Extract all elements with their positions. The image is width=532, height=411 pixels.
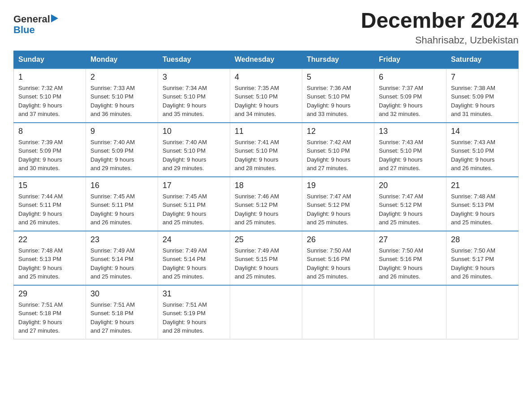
day-info: Sunrise: 7:50 AM Sunset: 5:16 PM Dayligh… — [307, 246, 369, 281]
day-number: 20 — [379, 181, 442, 190]
day-number: 4 — [235, 73, 297, 82]
day-info: Sunrise: 7:45 AM Sunset: 5:11 PM Dayligh… — [163, 192, 225, 227]
calendar-cell: 27 Sunrise: 7:50 AM Sunset: 5:16 PM Dayl… — [374, 231, 446, 285]
day-info: Sunrise: 7:42 AM Sunset: 5:10 PM Dayligh… — [307, 138, 369, 173]
day-info: Sunrise: 7:33 AM Sunset: 5:10 PM Dayligh… — [90, 84, 153, 119]
day-number: 7 — [451, 73, 514, 82]
calendar-cell: 3 Sunrise: 7:34 AM Sunset: 5:10 PM Dayli… — [158, 68, 230, 123]
logo-arrow-icon — [51, 13, 59, 23]
calendar-cell: 6 Sunrise: 7:37 AM Sunset: 5:09 PM Dayli… — [374, 68, 446, 123]
day-info: Sunrise: 7:36 AM Sunset: 5:10 PM Dayligh… — [307, 84, 369, 119]
calendar-cell: 11 Sunrise: 7:41 AM Sunset: 5:10 PM Dayl… — [230, 123, 302, 177]
weekday-header-wednesday: Wednesday — [230, 51, 302, 68]
calendar-cell: 24 Sunrise: 7:49 AM Sunset: 5:14 PM Dayl… — [158, 231, 230, 285]
day-number: 30 — [90, 289, 153, 299]
day-number: 14 — [451, 127, 514, 136]
calendar-cell: 5 Sunrise: 7:36 AM Sunset: 5:10 PM Dayli… — [302, 68, 374, 123]
calendar-cell — [302, 285, 374, 339]
day-info: Sunrise: 7:46 AM Sunset: 5:12 PM Dayligh… — [235, 192, 297, 227]
calendar-cell: 9 Sunrise: 7:40 AM Sunset: 5:09 PM Dayli… — [86, 123, 158, 177]
day-number: 22 — [18, 235, 81, 244]
calendar-cell: 19 Sunrise: 7:47 AM Sunset: 5:12 PM Dayl… — [302, 177, 374, 231]
day-info: Sunrise: 7:32 AM Sunset: 5:10 PM Dayligh… — [18, 84, 81, 119]
calendar-cell: 8 Sunrise: 7:39 AM Sunset: 5:09 PM Dayli… — [14, 123, 86, 177]
day-info: Sunrise: 7:40 AM Sunset: 5:10 PM Dayligh… — [163, 138, 225, 173]
calendar-cell: 15 Sunrise: 7:44 AM Sunset: 5:11 PM Dayl… — [14, 177, 86, 231]
day-info: Sunrise: 7:35 AM Sunset: 5:10 PM Dayligh… — [235, 84, 297, 119]
day-info: Sunrise: 7:48 AM Sunset: 5:13 PM Dayligh… — [18, 246, 81, 281]
day-info: Sunrise: 7:50 AM Sunset: 5:17 PM Dayligh… — [451, 246, 514, 281]
day-number: 12 — [307, 127, 369, 136]
day-info: Sunrise: 7:41 AM Sunset: 5:10 PM Dayligh… — [235, 138, 297, 173]
calendar-cell: 4 Sunrise: 7:35 AM Sunset: 5:10 PM Dayli… — [230, 68, 302, 123]
day-number: 2 — [90, 73, 153, 82]
day-info: Sunrise: 7:49 AM Sunset: 5:15 PM Dayligh… — [235, 246, 297, 281]
day-info: Sunrise: 7:43 AM Sunset: 5:10 PM Dayligh… — [451, 138, 514, 173]
calendar-cell: 28 Sunrise: 7:50 AM Sunset: 5:17 PM Dayl… — [446, 231, 519, 285]
calendar-cell: 1 Sunrise: 7:32 AM Sunset: 5:10 PM Dayli… — [14, 68, 86, 123]
day-info: Sunrise: 7:49 AM Sunset: 5:14 PM Dayligh… — [90, 246, 153, 281]
calendar-cell: 14 Sunrise: 7:43 AM Sunset: 5:10 PM Dayl… — [446, 123, 519, 177]
day-number: 19 — [307, 181, 369, 190]
day-number: 27 — [379, 235, 442, 244]
calendar-cell — [230, 285, 302, 339]
weekday-header-tuesday: Tuesday — [158, 51, 230, 68]
calendar-cell: 26 Sunrise: 7:50 AM Sunset: 5:16 PM Dayl… — [302, 231, 374, 285]
calendar-cell: 20 Sunrise: 7:47 AM Sunset: 5:12 PM Dayl… — [374, 177, 446, 231]
day-number: 21 — [451, 181, 514, 190]
calendar-title: December 2024 — [361, 9, 519, 33]
calendar-cell: 2 Sunrise: 7:33 AM Sunset: 5:10 PM Dayli… — [86, 68, 158, 123]
calendar-cell: 10 Sunrise: 7:40 AM Sunset: 5:10 PM Dayl… — [158, 123, 230, 177]
day-info: Sunrise: 7:49 AM Sunset: 5:14 PM Dayligh… — [163, 246, 225, 281]
calendar-cell: 22 Sunrise: 7:48 AM Sunset: 5:13 PM Dayl… — [14, 231, 86, 285]
calendar-cell: 13 Sunrise: 7:43 AM Sunset: 5:10 PM Dayl… — [374, 123, 446, 177]
day-number: 11 — [235, 127, 297, 136]
calendar-cell: 25 Sunrise: 7:49 AM Sunset: 5:15 PM Dayl… — [230, 231, 302, 285]
day-number: 23 — [90, 235, 153, 244]
calendar-cell: 29 Sunrise: 7:51 AM Sunset: 5:18 PM Dayl… — [14, 285, 86, 339]
day-info: Sunrise: 7:50 AM Sunset: 5:16 PM Dayligh… — [379, 246, 442, 281]
weekday-header-sunday: Sunday — [14, 51, 86, 68]
logo-general-text: General — [13, 14, 50, 24]
calendar-cell: 7 Sunrise: 7:38 AM Sunset: 5:09 PM Dayli… — [446, 68, 519, 123]
calendar-cell: 23 Sunrise: 7:49 AM Sunset: 5:14 PM Dayl… — [86, 231, 158, 285]
logo: General Blue — [13, 13, 59, 35]
day-number: 28 — [451, 235, 514, 244]
page-header: General Blue December 2024 Shahrisabz, U… — [13, 9, 519, 46]
calendar-cell: 31 Sunrise: 7:51 AM Sunset: 5:19 PM Dayl… — [158, 285, 230, 339]
day-info: Sunrise: 7:40 AM Sunset: 5:09 PM Dayligh… — [90, 138, 153, 173]
day-number: 31 — [163, 289, 225, 299]
day-number: 10 — [163, 127, 225, 136]
week-row-1: 1 Sunrise: 7:32 AM Sunset: 5:10 PM Dayli… — [14, 68, 519, 123]
weekday-header-row: SundayMondayTuesdayWednesdayThursdayFrid… — [14, 51, 519, 68]
day-number: 6 — [379, 73, 442, 82]
logo-blue-text: Blue — [13, 25, 35, 35]
calendar-cell — [446, 285, 519, 339]
weekday-header-monday: Monday — [86, 51, 158, 68]
day-info: Sunrise: 7:47 AM Sunset: 5:12 PM Dayligh… — [379, 192, 442, 227]
title-section: December 2024 Shahrisabz, Uzbekistan — [361, 9, 519, 46]
day-number: 25 — [235, 235, 297, 244]
calendar-cell: 16 Sunrise: 7:45 AM Sunset: 5:11 PM Dayl… — [86, 177, 158, 231]
day-number: 26 — [307, 235, 369, 244]
calendar-cell: 30 Sunrise: 7:51 AM Sunset: 5:18 PM Dayl… — [86, 285, 158, 339]
calendar-cell — [374, 285, 446, 339]
day-number: 16 — [90, 181, 153, 190]
week-row-4: 22 Sunrise: 7:48 AM Sunset: 5:13 PM Dayl… — [14, 231, 519, 285]
day-info: Sunrise: 7:47 AM Sunset: 5:12 PM Dayligh… — [307, 192, 369, 227]
day-info: Sunrise: 7:51 AM Sunset: 5:18 PM Dayligh… — [90, 300, 153, 335]
calendar-subtitle: Shahrisabz, Uzbekistan — [361, 34, 519, 46]
day-number: 8 — [18, 127, 81, 136]
day-info: Sunrise: 7:45 AM Sunset: 5:11 PM Dayligh… — [90, 192, 153, 227]
weekday-header-saturday: Saturday — [446, 51, 519, 68]
calendar-table: SundayMondayTuesdayWednesdayThursdayFrid… — [13, 51, 519, 339]
week-row-5: 29 Sunrise: 7:51 AM Sunset: 5:18 PM Dayl… — [14, 285, 519, 339]
calendar-cell: 12 Sunrise: 7:42 AM Sunset: 5:10 PM Dayl… — [302, 123, 374, 177]
week-row-2: 8 Sunrise: 7:39 AM Sunset: 5:09 PM Dayli… — [14, 123, 519, 177]
svg-marker-0 — [51, 14, 58, 22]
day-number: 24 — [163, 235, 225, 244]
day-info: Sunrise: 7:43 AM Sunset: 5:10 PM Dayligh… — [379, 138, 442, 173]
day-info: Sunrise: 7:48 AM Sunset: 5:13 PM Dayligh… — [451, 192, 514, 227]
calendar-cell: 21 Sunrise: 7:48 AM Sunset: 5:13 PM Dayl… — [446, 177, 519, 231]
day-number: 18 — [235, 181, 297, 190]
